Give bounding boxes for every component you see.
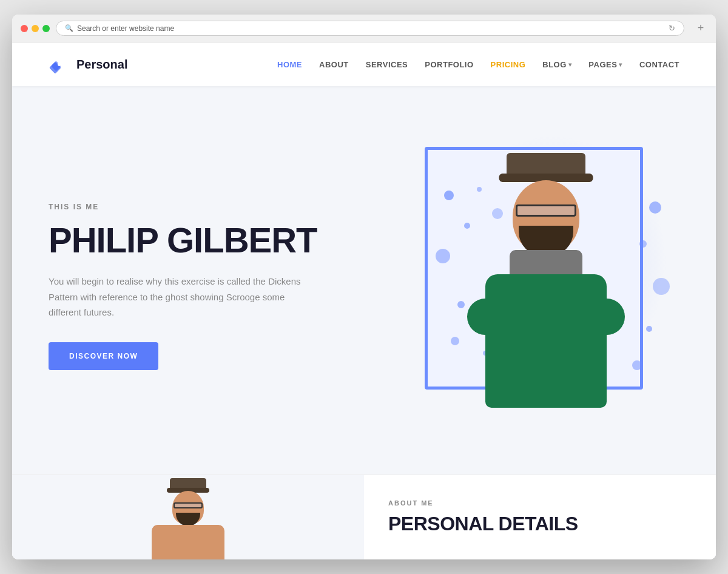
- minimize-button[interactable]: [32, 25, 39, 32]
- person-sweater: [485, 274, 607, 408]
- new-tab-button[interactable]: +: [694, 22, 707, 35]
- nav-about[interactable]: ABOUT: [319, 60, 349, 69]
- logo-icon: [49, 53, 70, 75]
- navbar: Personal HOME ABOUT SERVICES PORTFOLIO P…: [12, 42, 716, 86]
- person-thumbnail: [140, 475, 237, 559]
- thumb-body: [152, 525, 224, 560]
- close-button[interactable]: [21, 25, 28, 32]
- address-bar[interactable]: 🔍 Search or enter website name ↻: [56, 21, 684, 36]
- nav-pricing[interactable]: PRICING: [491, 60, 526, 69]
- thumb-glasses: [174, 502, 203, 508]
- nav-pages[interactable]: PAGES ▾: [588, 60, 622, 69]
- pages-dropdown-arrow: ▾: [619, 61, 622, 68]
- website-content: Personal HOME ABOUT SERVICES PORTFOLIO P…: [12, 42, 716, 559]
- discover-now-button[interactable]: DISCOVER NOW: [49, 342, 158, 370]
- svg-point-2: [58, 62, 61, 66]
- bottom-person-area: [12, 475, 364, 559]
- browser-dots: [21, 25, 50, 32]
- nav-contact[interactable]: CONTACT: [639, 60, 679, 69]
- about-teaser-text: ABOUT ME PERSONAL DETAILS: [364, 475, 716, 559]
- thumb-beard: [176, 513, 200, 526]
- hero-title: PHILIP GILBERT: [49, 222, 317, 259]
- browser-chrome: 🔍 Search or enter website name ↻ +: [12, 15, 716, 42]
- logo[interactable]: Personal: [49, 53, 127, 75]
- nav-portfolio[interactable]: PORTFOLIO: [425, 60, 473, 69]
- about-title: PERSONAL DETAILS: [388, 513, 692, 535]
- hero-description: You will begin to realise why this exerc…: [49, 274, 303, 320]
- blog-dropdown-arrow: ▾: [568, 61, 572, 68]
- address-text: Search or enter website name: [77, 24, 174, 33]
- maximize-button[interactable]: [42, 25, 50, 32]
- svg-point-12: [653, 278, 670, 295]
- nav-home[interactable]: HOME: [277, 60, 302, 69]
- person-glasses: [516, 204, 576, 217]
- hero-image-area: [400, 135, 679, 438]
- logo-text: Personal: [76, 58, 127, 72]
- bottom-teaser: ABOUT ME PERSONAL DETAILS: [12, 474, 716, 559]
- nav-links: HOME ABOUT SERVICES PORTFOLIO PRICING BL…: [277, 60, 679, 69]
- nav-blog[interactable]: BLOG ▾: [542, 60, 571, 69]
- nav-services[interactable]: SERVICES: [366, 60, 408, 69]
- browser-window: 🔍 Search or enter website name ↻ + Perso…: [12, 15, 716, 559]
- refresh-button[interactable]: ↻: [669, 24, 675, 33]
- hero-person-image: [437, 135, 655, 438]
- person-arms: [467, 299, 625, 335]
- hero-subtitle: THIS IS ME: [49, 203, 317, 211]
- hero-content: THIS IS ME PHILIP GILBERT You will begin…: [49, 203, 317, 370]
- hero-section: THIS IS ME PHILIP GILBERT You will begin…: [12, 86, 716, 474]
- person-illustration: [449, 147, 643, 438]
- search-icon: 🔍: [65, 24, 73, 32]
- about-label: ABOUT ME: [388, 499, 692, 507]
